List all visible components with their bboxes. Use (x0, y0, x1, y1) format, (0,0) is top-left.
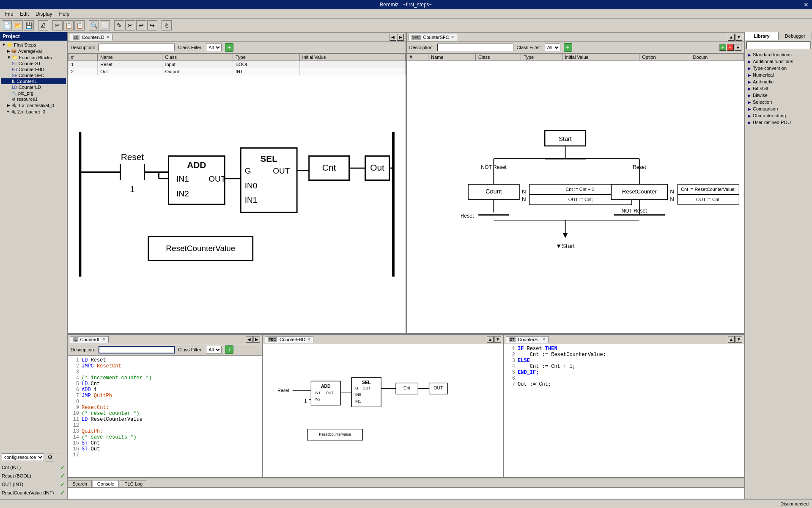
scroll-up-button[interactable]: ▲ (728, 34, 735, 41)
table-row[interactable]: 1 Reset Input BOOL (69, 61, 406, 68)
tab-counter-fbd[interactable]: FBD CounterFBD ✕ (265, 336, 313, 343)
draw-button[interactable]: ✎ (114, 20, 124, 30)
zoom-fit-button[interactable]: ⬜ (100, 20, 110, 30)
green-button[interactable]: + (719, 44, 726, 51)
down-arrow-button[interactable]: ▼ (735, 44, 741, 51)
lib-item-standard[interactable]: ▶ Standard functions (746, 51, 811, 58)
tab-debugger[interactable]: Debugger (779, 32, 812, 40)
project-header: Project (0, 32, 67, 41)
config-settings-button[interactable]: ⚙ (46, 453, 54, 461)
tab-counter-st[interactable]: ST CounterST ✕ (506, 336, 549, 343)
lib-item-numerical[interactable]: ▶ Numerical (746, 72, 811, 78)
scroll-left-button[interactable]: ◀ (390, 34, 396, 41)
panel-controls: ▲ ▼ (728, 34, 742, 41)
tree-item-bacnet[interactable]: + 🔌 2.x: bacnet_0 (1, 108, 66, 115)
close-icon[interactable]: ✕ (106, 35, 110, 39)
class-filter-label: Class Filter: (517, 45, 541, 50)
tab-search[interactable]: Search (68, 480, 92, 487)
scroll-down-button[interactable]: ▼ (735, 336, 742, 343)
tree-item-firststeps[interactable]: ▼ 🌟 First Steps (1, 41, 66, 48)
il-editor[interactable]: 1 LD Reset 2 JMPC ResetCnt 3 4 (68, 356, 262, 477)
zoom-in-button[interactable]: 🔍 (89, 20, 99, 30)
open-button[interactable]: 📂 (13, 20, 23, 30)
lib-item-typeconversion[interactable]: ▶ Type conversion (746, 65, 811, 72)
lib-item-bitwise[interactable]: ▶ Bitwise (746, 92, 811, 99)
scroll-right-button[interactable]: ▶ (253, 336, 260, 343)
menu-edit[interactable]: Edit (16, 10, 32, 18)
add-variable-button-il[interactable]: + (225, 345, 233, 354)
paste-button[interactable]: 📋 (74, 20, 85, 30)
tree-label: 1.x: canfestival_0 (18, 103, 54, 108)
scroll-left-button[interactable]: ◀ (246, 336, 252, 343)
tree-item-resource1[interactable]: ⚙ resource1 (1, 96, 66, 102)
menu-help[interactable]: Help (55, 10, 73, 18)
lib-item-userpou[interactable]: ▶ User-defined POU (746, 119, 811, 126)
tree-item-countersfc[interactable]: SF CounterSFC (1, 72, 66, 78)
menu-file[interactable]: File (2, 10, 16, 18)
project-tree: ▼ 🌟 First Steps ▶ 📦 AverageVal ▼ 📁 Funct… (0, 41, 67, 451)
class-filter-select-ld[interactable]: All (206, 44, 222, 51)
red-button[interactable]: − (727, 44, 734, 51)
class-filter-select-il[interactable]: All (206, 346, 222, 353)
scroll-up-button[interactable]: ▲ (487, 336, 494, 343)
tab-console[interactable]: Console (93, 480, 119, 487)
tree-item-counteril[interactable]: IL CounterIL (1, 78, 66, 84)
close-icon[interactable]: ✕ (102, 337, 106, 342)
print-button[interactable]: 🖨 (38, 20, 48, 30)
st-editor[interactable]: 1 IF Reset THEN 2 Cnt := ResetCounterVal… (504, 344, 744, 477)
tab-counter-ld[interactable]: LD CounterLD ✕ (70, 34, 112, 41)
close-button[interactable]: ✕ (804, 1, 809, 8)
tree-item-counterld[interactable]: LD CounterLD (1, 84, 66, 90)
start-bottom-label: ▼Start (556, 243, 575, 249)
tab-library[interactable]: Library (745, 32, 779, 40)
add-variable-button-ld[interactable]: + (225, 43, 233, 52)
description-input-ld[interactable] (99, 44, 175, 51)
il-line-14: 14 (* save results *) (70, 434, 260, 440)
panel-controls: ◀ ▶ (246, 336, 260, 343)
menu-display[interactable]: Display (32, 10, 55, 18)
lib-item-arithmetic[interactable]: ▶ Arithmetic (746, 78, 811, 85)
close-icon[interactable]: ✕ (451, 35, 454, 39)
add-variable-button-sfc[interactable]: + (564, 43, 572, 52)
new-button[interactable]: 📄 (2, 20, 12, 30)
ld-icon: LD (73, 35, 80, 40)
scroll-right-button[interactable]: ▶ (397, 34, 404, 41)
description-input-sfc[interactable] (437, 44, 513, 51)
save-button[interactable]: 💾 (24, 20, 34, 30)
config-select[interactable]: config.resource (2, 453, 44, 461)
tree-item-counterst[interactable]: ST CounterST (1, 61, 66, 66)
lib-item-comparison[interactable]: ▶ Comparison (746, 105, 811, 112)
tab-plclog[interactable]: PLC Log (120, 480, 147, 487)
tab-counter-il[interactable]: IL CounterIL ✕ (70, 336, 109, 343)
lib-item-charstring[interactable]: ▶ Character string (746, 112, 811, 119)
lib-item-selection[interactable]: ▶ Selection (746, 99, 811, 105)
il-line-8: 8 (70, 399, 260, 405)
copy-button[interactable]: 📋 (63, 20, 74, 30)
cut-button[interactable]: ✂ (52, 20, 63, 30)
top-panels: LD CounterLD ✕ ◀ ▶ Description: Class Fi… (68, 32, 744, 334)
close-icon[interactable]: ✕ (307, 337, 310, 342)
tree-item-plcprg[interactable]: 🔧 plc_prg (1, 90, 66, 96)
scroll-up-button[interactable]: ▲ (728, 336, 735, 343)
eraser-button[interactable]: ✂ (125, 20, 135, 30)
undo-button[interactable]: ↩ (136, 20, 146, 30)
lib-search-input[interactable] (746, 41, 811, 49)
tab-counter-sfc[interactable]: SFC CounterSFC ✕ (409, 34, 457, 41)
close-icon[interactable]: ✕ (542, 337, 546, 342)
description-input-il[interactable] (99, 346, 175, 353)
cursor-button[interactable]: 🖱 (162, 20, 172, 30)
lib-item-bitshift[interactable]: ▶ Bit-shift (746, 85, 811, 92)
tree-item-averageval[interactable]: ▶ 📦 AverageVal (1, 48, 66, 54)
status-text: Disconnected (780, 501, 809, 506)
tree-item-functionblocks[interactable]: ▼ 📁 Function Blocks (1, 54, 66, 61)
scroll-down-button[interactable]: ▼ (735, 34, 742, 41)
lib-item-additional[interactable]: ▶ Additional functions (746, 58, 811, 65)
scroll-down-button[interactable]: ▼ (494, 336, 501, 343)
class-filter-select-sfc[interactable]: All (545, 44, 560, 51)
redo-button[interactable]: ↪ (147, 20, 157, 30)
tree-item-canfestival[interactable]: ▶ 🔌 1.x: canfestival_0 (1, 102, 66, 108)
cell-num: 2 (69, 68, 98, 75)
table-row[interactable]: 2 Out Output INT (69, 68, 406, 75)
tree-item-counterfbd[interactable]: FB CounterFBD (1, 66, 66, 72)
cnt-reset-label: Cnt := ResetCounterValue; (681, 187, 735, 192)
